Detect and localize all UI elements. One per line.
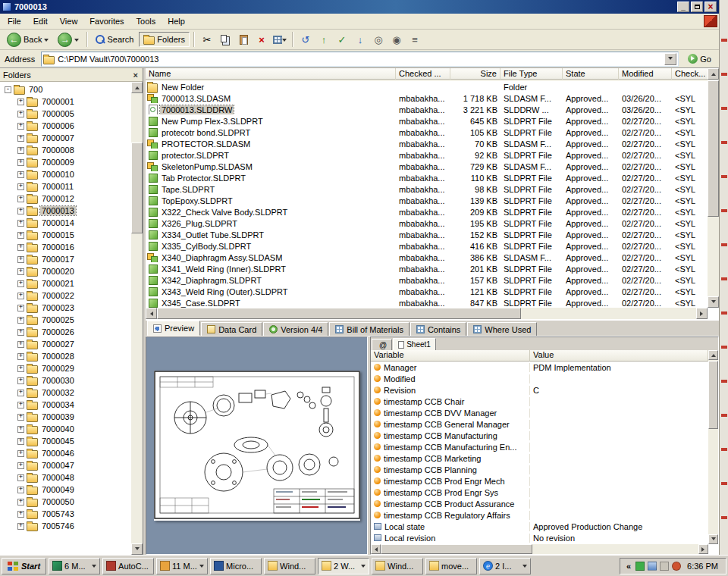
variable-row[interactable]: timestamp CCB Chair	[371, 396, 708, 407]
expand-icon[interactable]: +	[17, 402, 24, 409]
expand-icon[interactable]: +	[17, 353, 24, 360]
scroll-down-button[interactable]	[708, 296, 719, 308]
column-header-checked[interactable]: Checked ...	[396, 68, 450, 80]
scrollbar-thumb[interactable]	[708, 361, 718, 429]
file-row[interactable]: New FolderFolder	[146, 81, 708, 92]
tab-bill-of-materials[interactable]: Bill of Materials	[329, 322, 410, 336]
undo-checkout-button[interactable]: ↺	[297, 31, 314, 48]
tree-item-7000014[interactable]: +7000014	[0, 217, 130, 229]
expand-icon[interactable]: +	[17, 462, 24, 469]
variable-row[interactable]: ManagerPDM Implementation	[371, 362, 708, 373]
variable-row[interactable]: RevisionC	[371, 384, 708, 396]
volume-icon[interactable]	[660, 562, 669, 571]
expand-icon[interactable]: +	[17, 244, 24, 251]
expand-icon[interactable]: +	[17, 341, 24, 348]
expand-icon[interactable]: +	[17, 390, 24, 396]
close-folders-icon[interactable]: ×	[132, 70, 140, 80]
hide-icons-chevron[interactable]: «	[625, 562, 632, 571]
start-button[interactable]: Start	[2, 558, 46, 574]
variable-column-header[interactable]: Variable	[371, 350, 530, 362]
tree-item-7000048[interactable]: +7000048	[0, 471, 130, 484]
tree-item-7000034[interactable]: +7000034	[0, 399, 130, 411]
taskbar-button-2-w[interactable]: 2 W...	[318, 558, 369, 574]
file-row[interactable]: Tape.SLDPRTmbabakha...98 KBSLDPRT FileAp…	[146, 183, 708, 195]
tab-where-used[interactable]: Where Used	[467, 322, 537, 336]
expand-icon[interactable]: +	[17, 438, 24, 445]
tree-item-7000016[interactable]: +7000016	[0, 241, 130, 253]
menu-item-help[interactable]: Help	[162, 15, 191, 27]
scroll-down-button[interactable]	[131, 543, 143, 555]
expand-icon[interactable]: +	[17, 159, 24, 166]
tree-item-7005746[interactable]: +7005746	[0, 520, 130, 532]
paste-button[interactable]	[235, 31, 252, 48]
scroll-up-button[interactable]	[131, 82, 143, 93]
file-row[interactable]: X343_Weld Ring (Outer).SLDPRTmbabakha...…	[146, 286, 708, 297]
variable-row[interactable]: timestamp CCB Prod Engr Mech	[371, 475, 708, 487]
tree-item-7000047[interactable]: +7000047	[0, 459, 130, 471]
file-row[interactable]: X340_Diaphragm Assy.SLDASMmbabakha...386…	[146, 252, 708, 263]
menu-item-tools[interactable]: Tools	[130, 15, 162, 27]
delete-button[interactable]: ×	[253, 31, 270, 48]
check-out-button[interactable]: ↓	[352, 31, 369, 48]
expand-icon[interactable]: +	[17, 196, 24, 202]
tree-item-7000013[interactable]: +7000013	[0, 205, 130, 217]
file-row[interactable]: 7000013.SLDDRWmbabakha...3 221 KBSLDDRW …	[146, 104, 708, 115]
tab-data-card[interactable]: Data Card	[201, 322, 262, 336]
column-header-modified[interactable]: Modified	[619, 68, 672, 80]
menu-item-edit[interactable]: Edit	[27, 15, 54, 27]
file-row[interactable]: X322_Check Valve Body.SLDPRTmbabakha...2…	[146, 206, 708, 218]
variable-row[interactable]: Modified	[371, 373, 708, 384]
copy-button[interactable]	[217, 31, 234, 48]
tree-item-7000040[interactable]: +7000040	[0, 423, 130, 435]
scroll-left-button[interactable]	[146, 308, 157, 319]
tree-item-7000015[interactable]: +7000015	[0, 229, 130, 241]
expand-icon[interactable]: +	[17, 293, 24, 299]
file-row[interactable]: protecotr bond.SLDPRTmbabakha...105 KBSL…	[146, 127, 708, 138]
tree-item-7000025[interactable]: +7000025	[0, 314, 130, 326]
scroll-right-button[interactable]	[696, 308, 708, 319]
taskbar-button-11-m[interactable]: 11 M...	[156, 558, 208, 574]
menu-item-favorites[interactable]: Favorites	[83, 15, 130, 27]
file-row[interactable]: X345_Case.SLDPRTmbabakha...847 KBSLDPRT …	[146, 297, 708, 308]
tree-item-7000030[interactable]: +7000030	[0, 374, 130, 387]
variable-row[interactable]: Local stateApproved Production Change	[371, 521, 708, 532]
card-tab-[interactable]: @	[372, 339, 392, 350]
tree-item-7000026[interactable]: +7000026	[0, 326, 130, 338]
expand-icon[interactable]: +	[17, 365, 24, 372]
tree-item-7000021[interactable]: +7000021	[0, 277, 130, 290]
status-red-icon[interactable]	[672, 562, 681, 571]
tree-item-7000049[interactable]: +7000049	[0, 484, 130, 496]
tree-item-7000006[interactable]: +7000006	[0, 120, 130, 132]
variable-row[interactable]: timestamp CCB General Manager	[371, 418, 708, 430]
approve-button[interactable]: ✓	[334, 31, 350, 48]
tree-item-7005743[interactable]: +7005743	[0, 508, 130, 520]
expand-icon[interactable]: +	[17, 111, 24, 117]
column-header-state[interactable]: State	[563, 68, 619, 80]
back-button[interactable]: ← Back	[3, 31, 52, 49]
file-row[interactable]: X326_Plug.SLDPRTmbabakha...195 KBSLDPRT …	[146, 218, 708, 229]
expand-icon[interactable]: +	[17, 208, 24, 214]
tab-contains[interactable]: Contains	[410, 322, 466, 336]
file-row[interactable]: PROTECTOR.SLDASMmbabakha...70 KBSLDASM F…	[146, 138, 708, 149]
file-row[interactable]: X341_Weld Ring (Inner).SLDPRTmbabakha...…	[146, 263, 708, 274]
file-row[interactable]: New Pump Flex-3.SLDPRTmbabakha...645 KBS…	[146, 115, 708, 127]
file-row[interactable]: Tab Protector.SLDPRTmbabakha...110 KBSLD…	[146, 172, 708, 183]
file-row[interactable]: X335_CylBody.SLDPRTmbabakha...416 KBSLDP…	[146, 240, 708, 252]
tree-item-7000001[interactable]: +7000001	[0, 95, 130, 108]
expand-icon[interactable]: +	[17, 523, 24, 530]
expand-icon[interactable]: +	[17, 426, 24, 433]
scroll-up-button[interactable]	[708, 68, 719, 80]
collapse-icon[interactable]: -	[5, 86, 11, 93]
file-row[interactable]: X334_Outlet Tube.SLDPRTmbabakha...152 KB…	[146, 229, 708, 240]
value-column-header[interactable]: Value	[530, 350, 708, 362]
tree-item-7000009[interactable]: +7000009	[0, 156, 130, 168]
variable-row[interactable]: Local revisionNo revision	[371, 532, 708, 543]
expand-icon[interactable]: +	[17, 268, 24, 275]
address-dropdown-button[interactable]	[664, 53, 676, 65]
tree-item-7000032[interactable]: +7000032	[0, 387, 130, 399]
taskbar-button-wind[interactable]: Wind...	[264, 558, 315, 574]
tree-item-7000050[interactable]: +7000050	[0, 496, 130, 508]
forward-button[interactable]: →	[54, 31, 83, 49]
expand-icon[interactable]: +	[17, 220, 24, 227]
expand-icon[interactable]: +	[17, 377, 24, 384]
